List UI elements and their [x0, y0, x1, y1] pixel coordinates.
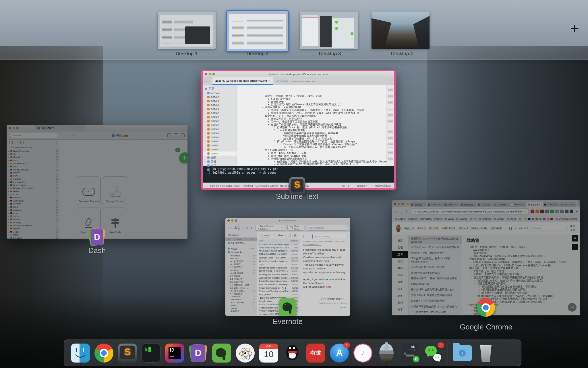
close-tab-icon[interactable]: ×	[318, 80, 319, 83]
dash-window[interactable]: Welc​ome! ‹ › Welcome! DOCUMENTATION	[7, 125, 187, 239]
bookmark-favicons[interactable]	[524, 218, 553, 220]
sidebar-file-item[interactable]: 2014-1	[203, 107, 237, 111]
dock-calendar[interactable]: JUL10	[259, 344, 278, 363]
source-link[interactable]: blog.scottlogic.c…	[303, 243, 321, 246]
article-list-item[interactable]: 随笔: 关于效率、时间和注意力	[409, 250, 462, 256]
minimap[interactable]	[386, 85, 394, 166]
notebook-item[interactable]: 2.0 自我管理、提升	[225, 283, 257, 286]
notebook-item[interactable]: 0.2 碎碎念 28	[225, 263, 257, 266]
reload-icon[interactable]: ↻	[405, 210, 408, 214]
note-list-item[interactable]: #机原施技术粘层建的博客# React + Redux… 6/25/16	[257, 250, 300, 253]
article-list-item[interactable]: 工作效率与生活压力: 基于OS X下的 MissionControl	[409, 256, 462, 264]
sublime-editor[interactable]: - 自定义, 定制化（命令行, 快捷键, 样式, 内容） + alais 常用命…	[237, 85, 394, 166]
category-link[interactable]: 摄影	[392, 237, 408, 244]
window-controls[interactable]	[394, 203, 404, 205]
sidebar-root-folder[interactable]: 目录	[203, 86, 237, 91]
notes-search-input[interactable]	[307, 225, 348, 231]
tab-inactive[interactable]: 2016-06-11-write-in-mac-os-x.md ×	[273, 77, 322, 85]
dock-downloads[interactable]: ↓	[453, 344, 472, 363]
pinned-tab[interactable]: Y	[407, 202, 409, 207]
site-nav-link[interactable]: APPS	[417, 227, 426, 230]
random-article-link[interactable]: 随机文章	[570, 225, 576, 232]
note-list-item[interactable]: Working with ReactJS in WebStorm: Codin……	[257, 276, 300, 280]
shortcut-item[interactable]: 4.1 商业世界	[225, 241, 257, 245]
shortcut-item[interactable]: 0.0 Inbox 184	[225, 237, 257, 241]
category-link[interactable]: 标签	[392, 292, 408, 299]
article-list-item[interactable]: 随想: 没有比这更好的状态	[409, 270, 462, 276]
category-link[interactable]: 编程	[392, 258, 408, 265]
dock-intellij[interactable]: IJ	[165, 344, 184, 363]
profile-chip[interactable]: 日安青	[578, 200, 580, 206]
sidebar-file-item[interactable]: 2016-0	[203, 147, 237, 152]
category-link[interactable]: 前端	[392, 244, 408, 251]
note-list-columns[interactable]: Title Updated	[257, 239, 300, 243]
dock-sublime[interactable]: S	[118, 344, 137, 363]
docset-item[interactable]: React Native	[7, 184, 60, 187]
current-notebook[interactable]: 0.0 Inbox	[273, 234, 283, 237]
docset-item[interactable]: Less	[7, 212, 60, 215]
dock-qq[interactable]	[283, 344, 302, 363]
site-nav-link[interactable]: BLOG	[429, 227, 438, 230]
note-list-item[interactable]: Spencer Dixon - Test Driven React Tutori…	[257, 256, 300, 260]
category-link[interactable]: 翻译	[392, 265, 408, 272]
docset-item[interactable]: npm	[7, 159, 60, 162]
dock-evernote[interactable]	[212, 344, 231, 363]
docset-item[interactable]: Emmet	[7, 196, 60, 199]
site-nav-link[interactable]: GITHUB	[490, 227, 502, 230]
user-guide-card[interactable]: User Guide	[103, 208, 127, 236]
back-icon[interactable]: ←	[394, 210, 398, 214]
browser-tab[interactable]: 有没有意思	[460, 202, 476, 207]
notebook-item[interactable]: 0.0 TWU 53	[225, 257, 257, 260]
docset-item[interactable]: Chai	[7, 193, 60, 196]
browser-tab[interactable]: 全面思考 +	[527, 202, 543, 207]
chrome-menu-icon[interactable]: ≡	[575, 209, 578, 214]
browser-tab[interactable]: RescueTim	[510, 202, 526, 207]
bookmark-folder[interactable]: SofDev	[456, 218, 467, 220]
window-controls[interactable]	[9, 127, 19, 129]
article-list-item[interactable]: 突然明白自己的焦虑来自何处	[409, 315, 462, 316]
notebooks-item[interactable]: Notebooks	[225, 250, 257, 254]
dock-finder[interactable]	[71, 344, 90, 363]
sidebar-file-item[interactable]: 2015-0	[203, 119, 237, 123]
reminder-icon[interactable]	[308, 235, 311, 238]
chevron-down-icon[interactable]: ∨	[279, 227, 283, 229]
sync-icon[interactable]: ↻	[246, 226, 248, 230]
docset-item[interactable]: Vim	[7, 165, 60, 168]
extension-icons[interactable]: V	[531, 210, 573, 213]
dock-sierra-installer[interactable]	[377, 344, 396, 363]
download-docsets-card[interactable]: Download Docsets	[77, 177, 101, 205]
dash-nav-arrows[interactable]: ‹ ›	[69, 133, 74, 137]
back-icon[interactable]: ‹	[69, 133, 70, 137]
sidebar-file-item[interactable]: 素材	[203, 160, 237, 164]
notebook-item[interactable]: 0.1 打字记录 28	[225, 260, 257, 263]
dash-filter-row[interactable]	[7, 140, 60, 145]
docset-item[interactable]: Jekyll	[7, 230, 60, 233]
forward-icon[interactable]: ›	[73, 133, 74, 137]
page-menu-button[interactable]: ≡	[572, 235, 578, 241]
bookmark-folder[interactable]: JS lib	[519, 218, 521, 220]
docset-item[interactable]: Spring Framework	[7, 224, 60, 227]
docset-item[interactable]: Node.js	[7, 221, 60, 224]
announcement-icon[interactable]	[251, 227, 253, 229]
browser-tab[interactable]: macOS - 知	[427, 202, 443, 207]
bookmark-folder[interactable]: weibo	[507, 218, 516, 220]
account-button[interactable]: 立青 ∨	[234, 224, 243, 231]
docset-item[interactable]: Oh-My-Zsh Git	[7, 168, 60, 171]
desktop-2-thumbnail[interactable]	[226, 10, 289, 52]
docset-item[interactable]: Regular Expressions	[7, 187, 60, 190]
sidebar-file-item[interactable]: 2016-0	[203, 152, 237, 156]
dash-toolbar-icons[interactable]	[167, 133, 185, 137]
music-player[interactable]: ♪ ❚❚ ✕ ◄) 248	[506, 227, 528, 230]
encoding-status[interactable]: UTF-8	[342, 184, 349, 187]
note-list-item[interactable]: Redux and The Command Pattern 4/19/16	[257, 290, 300, 293]
sidebar-file-item[interactable]: 2015-0	[203, 123, 237, 127]
docset-item[interactable]: CSS	[7, 205, 60, 208]
docset-item[interactable]: Vue.js	[7, 215, 60, 218]
dock-appstore[interactable]: A1	[330, 344, 349, 363]
docset-item[interactable]: Redux	[7, 171, 60, 175]
sidebar-file-item[interactable]: 2016-0	[203, 143, 237, 147]
dock-chrome[interactable]	[94, 344, 113, 363]
dock-dash[interactable]: D	[189, 344, 208, 363]
dock-macdown[interactable]: M↓O	[401, 344, 419, 363]
article-list-item[interactable]: 全面思考: Mac + iPhone 效率加速之战略篇 && 战术篇	[409, 236, 462, 245]
